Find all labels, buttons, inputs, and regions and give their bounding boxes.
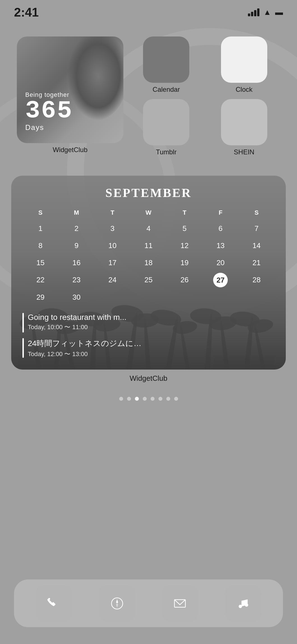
cal-day-4[interactable]: 4 [130, 221, 166, 236]
phone-icon [46, 596, 62, 611]
day-header-fri: F [202, 207, 238, 219]
cal-day-18[interactable]: 18 [130, 256, 166, 270]
event-2-title: 24時間フィットネスのジムに… [28, 338, 141, 349]
widget-number: 365 [25, 98, 73, 123]
event-2-time: Today, 12:00 〜 13:00 [28, 350, 141, 358]
status-icons: ▲ ▬ [248, 8, 283, 17]
cal-day-5[interactable]: 5 [167, 221, 202, 236]
cal-day-30[interactable]: 30 [58, 290, 94, 304]
cal-day-23[interactable]: 23 [58, 273, 94, 287]
widgetclub-label: WidgetClub [17, 146, 123, 154]
day-header-sun: S [22, 207, 58, 219]
cal-day-17[interactable]: 17 [95, 256, 130, 270]
status-time: 2:41 [14, 5, 39, 19]
day-header-mon: M [58, 207, 94, 219]
calendar-week-2: 8 9 10 11 12 13 14 [22, 239, 275, 253]
dock-phone[interactable] [36, 585, 72, 622]
cal-day-13[interactable]: 13 [202, 239, 238, 253]
calendar-widget[interactable]: SEPTEMBER S M T W T F S 1 2 3 4 5 6 7 [11, 176, 286, 370]
cal-day-28[interactable]: 28 [239, 273, 275, 287]
cal-day-11[interactable]: 11 [130, 239, 166, 253]
cal-day-9[interactable]: 9 [58, 239, 94, 253]
cal-day-25[interactable]: 25 [130, 273, 166, 287]
status-bar: 2:41 ▲ ▬ [0, 0, 297, 22]
cal-day-12[interactable]: 12 [167, 239, 202, 253]
day-header-wed: W [130, 207, 166, 219]
app-grid: Being together 365 Days WidgetClub Calen… [0, 22, 297, 164]
calendar-month: SEPTEMBER [22, 186, 275, 200]
cal-day-20[interactable]: 20 [202, 256, 238, 270]
calendar-week-1: 1 2 3 4 5 6 7 [22, 221, 275, 236]
day-header-tue: T [95, 207, 130, 219]
event-1[interactable]: Going to restaurant with m... Today, 10:… [22, 313, 275, 333]
shein-label: SHEIN [234, 148, 254, 156]
cal-day-26[interactable]: 26 [167, 273, 202, 287]
cal-empty-3 [167, 290, 202, 304]
cal-day-29[interactable]: 29 [22, 290, 58, 304]
mail-icon [172, 596, 188, 611]
dock-safari[interactable] [99, 585, 135, 622]
cal-day-7[interactable]: 7 [239, 221, 275, 236]
svg-marker-27 [116, 599, 118, 604]
cal-day-22[interactable]: 22 [22, 273, 58, 287]
page-dot-7[interactable] [174, 397, 178, 401]
cal-day-2[interactable]: 2 [58, 221, 94, 236]
cal-empty-2 [130, 290, 166, 304]
battery-icon: ▬ [275, 8, 283, 17]
page-dot-2-active[interactable] [135, 397, 139, 401]
clock-icon[interactable] [221, 36, 267, 83]
dock-music[interactable] [225, 585, 261, 622]
page-dot-5[interactable] [158, 397, 162, 401]
music-icon [235, 596, 251, 611]
shein-icon[interactable] [221, 99, 267, 145]
calendar-app[interactable]: Calendar [130, 36, 202, 93]
app-right-column: Calendar Clock Tumblr SHEIN [130, 36, 280, 156]
clock-label: Clock [236, 86, 252, 93]
cal-day-24[interactable]: 24 [95, 273, 130, 287]
cal-empty-5 [239, 290, 275, 304]
day-header-sat: S [239, 207, 275, 219]
page-dot-0[interactable] [119, 397, 123, 401]
svg-point-30 [239, 605, 242, 608]
cal-day-27-today[interactable]: 27 [213, 273, 228, 287]
cal-day-16[interactable]: 16 [58, 256, 94, 270]
wifi-icon: ▲ [263, 8, 271, 17]
cal-day-19[interactable]: 19 [167, 256, 202, 270]
page-dots [0, 397, 297, 401]
calendar-week-5: 29 30 [22, 290, 275, 304]
widgetclub-large-widget[interactable]: Being together 365 Days WidgetClub [17, 36, 123, 154]
cal-day-14[interactable]: 14 [239, 239, 275, 253]
event-2-bar [22, 338, 24, 358]
page-dot-4[interactable] [151, 397, 155, 401]
cal-empty-4 [202, 290, 238, 304]
compass-icon [109, 596, 125, 611]
tumblr-icon[interactable] [143, 99, 189, 145]
event-1-title: Going to restaurant with m... [28, 313, 126, 322]
event-1-time: Today, 10:00 〜 11:00 [28, 323, 126, 331]
calendar-day-headers: S M T W T F S [22, 207, 275, 219]
calendar-icon[interactable] [143, 36, 189, 83]
event-1-bar [22, 313, 24, 333]
cal-empty-1 [95, 290, 130, 304]
event-2[interactable]: 24時間フィットネスのジムに… Today, 12:00 〜 13:00 [22, 338, 275, 358]
signal-icon [248, 8, 259, 16]
cal-day-21[interactable]: 21 [239, 256, 275, 270]
page-dot-6[interactable] [166, 397, 170, 401]
shein-app[interactable]: SHEIN [208, 99, 280, 156]
dock-mail[interactable] [162, 585, 198, 622]
cal-day-15[interactable]: 15 [22, 256, 58, 270]
cal-day-6[interactable]: 6 [202, 221, 238, 236]
clock-app[interactable]: Clock [208, 36, 280, 93]
dock [14, 579, 283, 627]
page-dot-3[interactable] [143, 397, 147, 401]
cal-day-3[interactable]: 3 [95, 221, 130, 236]
page-dot-1[interactable] [127, 397, 131, 401]
cal-day-1[interactable]: 1 [22, 221, 58, 236]
cal-day-10[interactable]: 10 [95, 239, 130, 253]
day-header-thu: T [167, 207, 202, 219]
tumblr-label: Tumblr [156, 148, 177, 156]
calendar-label: Calendar [153, 86, 180, 93]
tumblr-app[interactable]: Tumblr [130, 99, 202, 156]
event-2-text: 24時間フィットネスのジムに… Today, 12:00 〜 13:00 [28, 338, 141, 358]
cal-day-8[interactable]: 8 [22, 239, 58, 253]
